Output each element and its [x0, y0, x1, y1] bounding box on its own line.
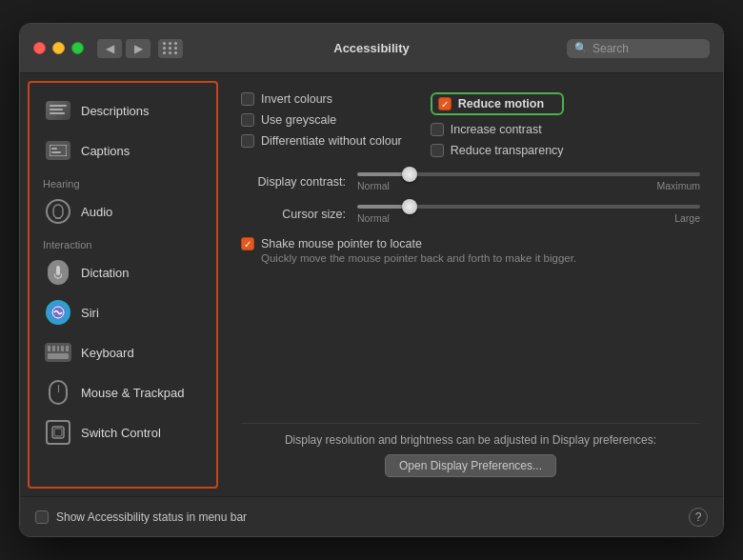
cursor-size-min: Normal — [357, 212, 390, 224]
keyboard-icon — [45, 343, 71, 362]
cursor-size-track-container[interactable]: Normal Large — [357, 205, 700, 224]
checkbox-reduce-motion[interactable]: Reduce motion — [431, 92, 564, 115]
forward-button[interactable]: ▶ — [126, 39, 151, 58]
cursor-size-thumb[interactable] — [402, 199, 417, 214]
svg-rect-3 — [50, 145, 67, 156]
display-contrast-label: Display contrast: — [241, 175, 346, 189]
back-button[interactable]: ◀ — [97, 39, 122, 58]
display-contrast-thumb[interactable] — [402, 167, 417, 182]
accessibility-window: ◀ ▶ Accessibility 🔍 Search — [19, 23, 724, 537]
switch-icon-box — [45, 419, 71, 446]
descriptions-icon-box — [45, 97, 71, 124]
slider-cursor-size-row: Cursor size: Normal Large — [241, 205, 700, 224]
cursor-size-track — [357, 205, 700, 209]
display-contrast-track-container[interactable]: Normal Maximum — [357, 172, 700, 191]
display-contrast-max: Maximum — [656, 180, 700, 191]
checkbox-increase-contrast[interactable]: Increase contrast — [431, 123, 564, 136]
svg-rect-5 — [51, 151, 61, 153]
sidebar-item-descriptions[interactable]: Descriptions — [33, 91, 212, 130]
slider-cursor-size: Cursor size: Normal Large — [241, 205, 700, 224]
display-contrast-track — [357, 172, 700, 176]
sidebar-item-keyboard[interactable]: Keyboard — [33, 333, 212, 371]
svg-rect-4 — [51, 148, 57, 150]
display-note-text: Display resolution and brightness can be… — [285, 433, 656, 447]
display-note: Display resolution and brightness can be… — [241, 423, 700, 477]
sidebar-item-switch-control[interactable]: Switch Control — [33, 413, 212, 451]
close-button[interactable] — [33, 42, 46, 54]
checkbox-differentiate[interactable]: Differentiate without colour — [241, 134, 402, 148]
captions-icon — [46, 141, 70, 160]
svg-rect-1 — [50, 109, 63, 110]
checkbox-invert-colours-label: Invert colours — [261, 92, 332, 106]
sidebar-item-label-captions: Captions — [81, 144, 130, 158]
sidebar-item-label-mouse: Mouse & Trackpad — [81, 386, 184, 400]
slider-display-contrast: Display contrast: Normal Maximum — [241, 172, 700, 191]
sidebar-item-audio[interactable]: Audio — [33, 192, 212, 230]
shake-mouse-checkbox[interactable] — [241, 237, 254, 250]
siri-icon-box — [45, 299, 71, 326]
traffic-lights — [33, 42, 84, 54]
checkbox-increase-contrast-label: Increase contrast — [451, 123, 542, 136]
sidebar-item-label-dictation: Dictation — [81, 266, 130, 280]
options-columns: Invert colours Use greyscale Differentia… — [241, 92, 700, 157]
sidebar-item-label-keyboard: Keyboard — [81, 346, 134, 360]
checkbox-reduce-transparency[interactable]: Reduce transparency — [431, 144, 564, 157]
section-header-interaction: Interaction — [30, 231, 216, 252]
footer: Show Accessibility status in menu bar ? — [20, 496, 723, 536]
checkbox-use-greyscale-label: Use greyscale — [261, 113, 336, 127]
main-panel: Invert colours Use greyscale Differentia… — [218, 73, 723, 496]
footer-checkbox[interactable] — [35, 510, 49, 524]
checkbox-reduce-motion-label: Reduce motion — [458, 97, 544, 110]
grid-icon — [163, 42, 178, 54]
search-bar[interactable]: 🔍 Search — [567, 39, 710, 58]
svg-rect-2 — [50, 112, 65, 114]
sidebar-item-label-descriptions: Descriptions — [81, 104, 150, 118]
sidebar-item-captions[interactable]: Captions — [33, 131, 212, 170]
shake-mouse-main[interactable]: Shake mouse pointer to locate — [241, 237, 700, 250]
mouse-line — [58, 385, 59, 392]
mouse-icon — [49, 380, 68, 405]
checkbox-increase-contrast-box[interactable] — [431, 123, 444, 136]
mouse-icon-box — [45, 379, 71, 406]
checkbox-invert-colours[interactable]: Invert colours — [241, 92, 402, 106]
shake-mouse-label: Shake mouse pointer to locate — [261, 237, 422, 250]
descriptions-icon — [46, 101, 70, 120]
options-col-1: Invert colours Use greyscale Differentia… — [241, 92, 402, 157]
dictation-icon-box — [45, 259, 71, 286]
slider-display-contrast-row: Display contrast: Normal Maximum — [241, 172, 700, 191]
checkbox-reduce-motion-box[interactable] — [438, 97, 452, 110]
shake-mouse-row: Shake mouse pointer to locate Quickly mo… — [241, 237, 700, 264]
checkbox-reduce-transparency-box[interactable] — [431, 144, 444, 157]
sidebar-item-label-siri: Siri — [81, 306, 99, 320]
checkbox-reduce-transparency-label: Reduce transparency — [451, 144, 564, 157]
checkbox-use-greyscale-box[interactable] — [241, 113, 254, 127]
minimize-button[interactable] — [52, 42, 65, 54]
keyboard-icon-box — [45, 339, 71, 366]
sidebar-item-label-switch: Switch Control — [81, 426, 161, 440]
section-header-hearing: Hearing — [30, 170, 216, 191]
slider-section: Display contrast: Normal Maximum — [241, 172, 700, 224]
captions-icon-box — [45, 137, 71, 164]
open-display-preferences-button[interactable]: Open Display Preferences... — [385, 454, 556, 477]
grid-button[interactable] — [158, 39, 183, 58]
sidebar: Descriptions Captions Hearing — [28, 81, 218, 489]
cursor-size-max: Large — [674, 212, 700, 224]
checkbox-differentiate-box[interactable] — [241, 134, 254, 148]
search-placeholder: Search — [592, 42, 629, 55]
window-title: Accessibility — [333, 41, 410, 55]
sidebar-item-mouse-trackpad[interactable]: Mouse & Trackpad — [33, 373, 212, 411]
shake-mouse-description: Quickly move the mouse pointer back and … — [261, 252, 700, 264]
svg-rect-12 — [54, 429, 62, 436]
checkbox-differentiate-label: Differentiate without colour — [261, 134, 402, 148]
switch-icon — [46, 420, 70, 445]
sidebar-item-dictation[interactable]: Dictation — [33, 253, 212, 291]
svg-rect-0 — [50, 105, 67, 107]
checkbox-use-greyscale[interactable]: Use greyscale — [241, 113, 402, 127]
audio-icon-box — [45, 198, 71, 225]
help-button[interactable]: ? — [689, 508, 708, 527]
maximize-button[interactable] — [71, 42, 84, 54]
siri-icon — [46, 300, 70, 325]
checkbox-invert-colours-box[interactable] — [241, 92, 254, 106]
sidebar-item-siri[interactable]: Siri — [33, 293, 212, 331]
titlebar: ◀ ▶ Accessibility 🔍 Search — [20, 24, 723, 73]
